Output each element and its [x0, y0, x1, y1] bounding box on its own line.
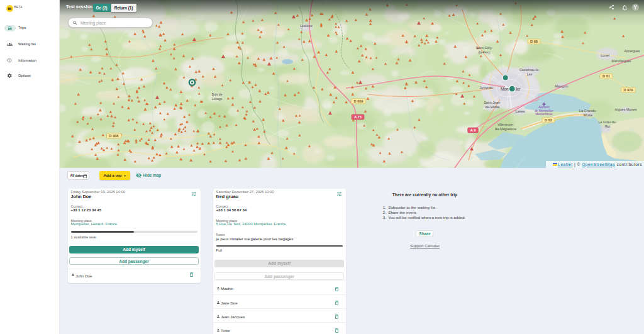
svg-text:D 908: D 908	[109, 134, 119, 138]
svg-text:La Grande-: La Grande-	[579, 109, 597, 113]
svg-text:lès-Maguelone: lès-Maguelone	[495, 127, 516, 131]
svg-text:du-Fesc: du-Fesc	[478, 50, 491, 54]
svg-text:Juvignac: Juvignac	[480, 86, 493, 89]
svg-text:Aigues-Mortes: Aigues-Mortes	[615, 108, 637, 111]
svg-text:D 979: D 979	[624, 88, 633, 92]
svg-text:A 75: A 75	[354, 115, 362, 119]
svg-text:Lez: Lez	[527, 72, 533, 76]
svg-text:Villeneuve-: Villeneuve-	[497, 123, 514, 126]
svg-text:Aimargues: Aimargues	[625, 49, 640, 53]
svg-text:D 62: D 62	[545, 118, 552, 122]
svg-text:Le Grau-du-: Le Grau-du-	[598, 120, 616, 124]
svg-text:D 61: D 61	[602, 74, 610, 78]
svg-text:A 9: A 9	[470, 128, 476, 132]
svg-text:Marsillargues: Marsillargues	[612, 59, 631, 63]
svg-text:D 609: D 609	[354, 99, 364, 103]
svg-text:Motte: Motte	[584, 113, 592, 117]
svg-text:Castelnau-le-: Castelnau-le-	[519, 68, 540, 72]
svg-text:Lébage: Lébage	[212, 97, 223, 101]
svg-text:Lunel: Lunel	[601, 53, 609, 57]
svg-text:D 68: D 68	[530, 40, 538, 43]
svg-text:Méditerranée: Méditerranée	[535, 113, 553, 116]
svg-text:de Montpellier: de Montpellier	[535, 109, 553, 113]
svg-text:Lodève: Lodève	[300, 24, 313, 28]
svg-text:de-Védas: de-Védas	[485, 105, 499, 109]
svg-text:Roi: Roi	[605, 125, 610, 128]
svg-text:Saint-Jean-: Saint-Jean-	[484, 101, 501, 104]
svg-text:Mauguio: Mauguio	[555, 84, 568, 88]
svg-text:Bois de: Bois de	[212, 92, 223, 96]
svg-text:Lattes: Lattes	[515, 109, 525, 113]
svg-text:Saint-Gély-: Saint-Gély-	[476, 46, 493, 50]
